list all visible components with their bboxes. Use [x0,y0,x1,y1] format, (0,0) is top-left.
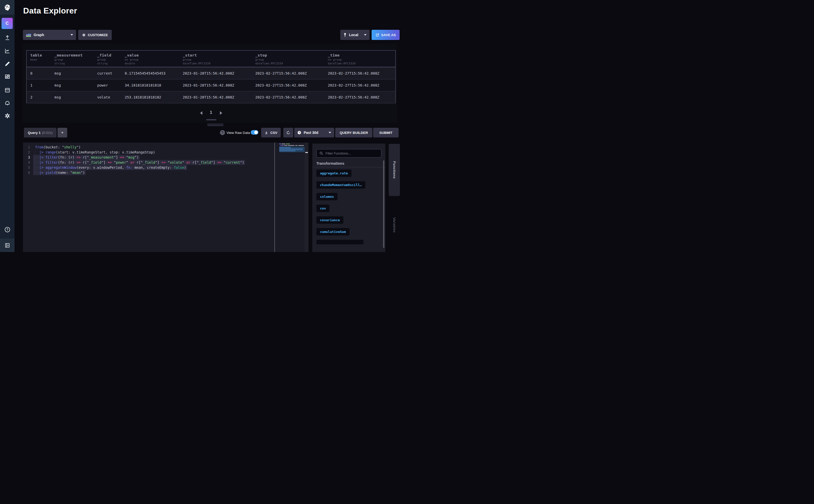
column-type-label: group [183,58,255,61]
time-range-dropdown[interactable]: Past 30d [294,128,334,137]
view-raw-data-toggle[interactable] [251,130,258,135]
code-token: => [77,160,81,164]
customize-button[interactable]: CUSTOMIZE [78,30,112,40]
code-line[interactable]: 6··|>·yield(name:·"mean") [23,170,272,175]
function-item[interactable]: chandeMomentumOscill… [316,181,365,189]
code-line[interactable]: 1from(bucket: "shelly") [23,145,272,150]
table-column-header[interactable]: _stopgroupdateTime:RFC3339 [255,51,328,67]
refresh-button[interactable] [283,128,293,137]
query-tab[interactable]: Query 1 (0.02s) [24,128,57,137]
sidebar-item-settings[interactable] [0,111,15,121]
function-item[interactable]: covariance [316,216,343,224]
sidebar-item-data-explorer[interactable] [0,46,15,56]
submit-button[interactable]: SUBMIT [373,128,399,137]
code-line[interactable]: 3··|>·filter(fn:·(r)·=>·r["_measurement"… [23,155,272,160]
avatar[interactable]: C [2,18,13,29]
code-token: "] [155,160,159,164]
functions-scrollbar-thumb[interactable] [383,160,384,248]
table-cell: msg [54,83,97,87]
filter-functions-searchbox[interactable] [316,149,381,158]
column-type-label: group [97,58,125,61]
column-type-label: double [125,62,183,65]
search-input[interactable] [326,151,376,155]
column-type-label: string [54,62,97,65]
code-line[interactable]: 2 |> range(start: v.timeRangeStart, stop… [23,150,272,155]
time-range-label: Past 30d [304,131,318,135]
code-token: msg [128,155,134,159]
page-title: Data Explorer [23,6,77,16]
query-builder-button[interactable]: QUERY BUILDER [335,128,372,137]
gear-icon [4,113,10,119]
function-item[interactable]: cumulativeSum [316,228,349,235]
code-token: " [114,160,116,164]
table-cell: 2023-01-28T15:56:42.008Z [183,83,255,87]
panel-resize-handle[interactable] [207,124,223,124]
visualization-type-dropdown[interactable]: Graph [23,30,76,40]
code-token: _field [143,160,155,164]
table-cell: 2 [30,95,54,99]
table-cell: current [97,71,125,75]
function-item[interactable]: cov [316,205,329,212]
function-item[interactable]: columns [316,193,338,200]
code-token: r[" [83,160,89,164]
code-line[interactable]: 5··|>·aggregateWindow(every:·v.windowPer… [23,165,272,170]
function-item-partial[interactable] [316,240,363,244]
code-token: · [91,165,93,170]
local-label: Local [349,33,358,37]
code-token: |> [39,171,43,175]
code-token: == [217,160,221,164]
table-column-header[interactable]: _timeno groupdateTime:RFC3339 [328,51,395,67]
code-token [44,150,46,154]
tab-variables[interactable]: Variables [389,213,400,237]
code-token: ·· [35,155,39,159]
expand-nav-button[interactable] [0,239,15,252]
code-token: or [186,160,190,164]
table-cell: 2023-02-27T15:56:42.008Z [255,71,328,75]
prev-page-button[interactable] [199,110,204,116]
code-token: v.windowPeriod, [93,165,124,170]
table-cell: 2023-01-28T15:56:42.008Z [183,95,255,99]
editor-scrollbar-thumb[interactable] [305,152,308,153]
flux-code-editor[interactable]: 1from(bucket: "shelly")2 |> range(start:… [23,143,308,252]
editor-scrollbar-track[interactable] [305,143,308,252]
page-number[interactable]: 1 [207,110,215,115]
next-page-button[interactable] [218,110,223,116]
code-token: · [124,165,126,170]
code-token: (start: v.timeRangeStart, stop: v.timeRa… [56,150,155,154]
tab-functions[interactable]: Functions [389,144,400,196]
code-token: · [145,165,147,170]
code-token: · [190,160,192,164]
table-scrollbar[interactable] [206,119,216,120]
save-as-button[interactable]: SAVE AS [372,30,400,40]
sidebar-item-alerts[interactable] [0,98,15,108]
function-item[interactable]: aggregate.rate [316,170,352,177]
csv-label: CSV [270,131,277,135]
table-column-header[interactable]: _valueno groupdouble [125,51,183,67]
table-column-header[interactable]: _startgroupdateTime:RFC3339 [183,51,255,67]
pin-icon [343,33,347,37]
code-token: power [116,160,126,164]
nav-sidebar: C [0,0,15,252]
code-token: mean, [134,165,145,170]
sidebar-item-load-data[interactable] [0,33,15,43]
table-column-header[interactable]: tablemean [30,51,54,67]
table-row: 0msgcurrent0.171545454545454532023-01-28… [27,67,395,79]
csv-download-button[interactable]: CSV [261,128,281,137]
panel-resize-handle[interactable] [207,125,223,126]
raw-data-help-icon[interactable]: ? [220,130,225,135]
sidebar-item-help[interactable]: ? [0,225,15,235]
influxdb-logo[interactable] [0,0,15,15]
code-token: ") [134,155,138,159]
sidebar-item-tasks[interactable] [0,85,15,95]
add-query-button[interactable]: + [58,128,67,137]
table-column-header[interactable]: _measurementgroupstring [54,51,97,67]
editor-minimap[interactable] [279,144,305,155]
code-line[interactable]: 4··|>·filter(fn:·(r)·=>·r["_field"]·==·"… [23,160,272,165]
table-cell: 253.1818181818182 [125,95,183,99]
table-column-header[interactable]: _fieldgroupstring [97,51,125,67]
column-type-label: dateTime:RFC3339 [183,62,255,65]
sidebar-item-notebooks[interactable] [0,59,15,69]
sidebar-item-dashboards[interactable] [0,72,15,82]
code-token: · [159,160,161,164]
local-dropdown[interactable]: Local [340,30,370,40]
